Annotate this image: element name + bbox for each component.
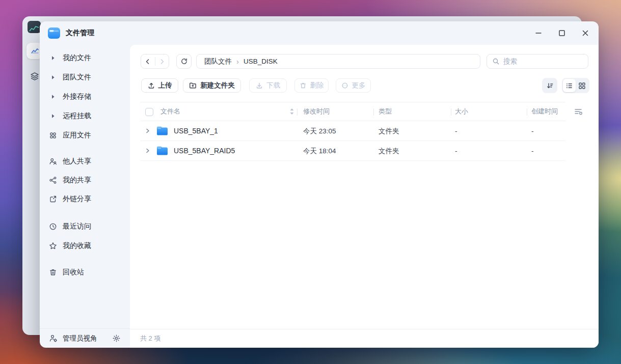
file-type: 文件夹 xyxy=(379,141,399,161)
sidebar-item-label: 我的文件 xyxy=(63,53,91,63)
column-name[interactable]: 文件名 xyxy=(160,102,180,121)
column-size[interactable]: 大小 xyxy=(455,102,468,121)
caret-right-icon xyxy=(49,93,57,101)
upload-icon xyxy=(148,82,155,89)
select-all-checkbox[interactable] xyxy=(145,108,153,116)
back-button[interactable] xyxy=(141,54,155,68)
file-modified: 今天 23:05 xyxy=(303,121,336,141)
minimize-button[interactable] xyxy=(531,25,546,41)
list-view-icon xyxy=(565,82,573,90)
file-size: - xyxy=(455,141,457,161)
sidebar-item-label: 他人共享 xyxy=(63,157,91,166)
clock-icon xyxy=(49,222,57,231)
table-header: 文件名 修改时间 类型 大小 创建时间 xyxy=(140,102,565,121)
star-icon xyxy=(49,242,57,250)
search-icon xyxy=(492,58,500,65)
download-icon xyxy=(256,82,263,89)
sidebar: 我的文件 团队文件 外接存储 远程挂载 应用文件 他人共享 我的共享 外链分 xyxy=(40,45,130,348)
file-name: USB_5BAY_RAID5 xyxy=(174,141,235,161)
delete-label: 删除 xyxy=(310,81,324,90)
sidebar-item-app-files[interactable]: 应用文件 xyxy=(40,128,130,143)
file-created: - xyxy=(531,141,534,161)
sidebar-item-label: 外链分享 xyxy=(63,194,91,204)
refresh-button[interactable] xyxy=(176,54,192,69)
person-share-icon xyxy=(49,157,57,165)
delete-button[interactable]: 删除 xyxy=(294,78,329,93)
sidebar-item-label: 外接存储 xyxy=(63,92,91,101)
file-size: - xyxy=(455,121,457,141)
column-modified[interactable]: 修改时间 xyxy=(303,102,330,121)
sidebar-item-my-shares[interactable]: 我的共享 xyxy=(40,173,130,188)
admin-view-label[interactable]: 管理员视角 xyxy=(63,334,97,343)
file-type: 文件夹 xyxy=(379,121,399,141)
apps-grid-icon xyxy=(49,131,57,139)
sidebar-item-recent[interactable]: 最近访问 xyxy=(40,219,130,234)
table-row[interactable]: USB_5BAY_1 今天 23:05 文件夹 - - xyxy=(140,121,565,141)
sidebar-item-my-files[interactable]: 我的文件 xyxy=(40,50,130,66)
search-input[interactable] xyxy=(503,58,575,65)
layers-icon[interactable] xyxy=(29,70,41,82)
new-folder-label: 新建文件夹 xyxy=(200,81,235,90)
grid-view-button[interactable] xyxy=(576,79,588,92)
caret-right-icon xyxy=(49,112,57,120)
titlebar: 文件管理 xyxy=(40,21,599,45)
sidebar-item-label: 回收站 xyxy=(63,268,84,277)
sidebar-item-label: 应用文件 xyxy=(63,131,91,140)
content-pane: 团队文件 › USB_DISK 上传 新建文件夹 下载 删除 更多 xyxy=(130,45,599,348)
more-label: 更多 xyxy=(352,81,366,90)
sidebar-item-label: 远程挂载 xyxy=(63,111,91,121)
caret-right-icon xyxy=(49,54,57,62)
expand-chevron-icon[interactable] xyxy=(145,127,150,134)
download-button[interactable]: 下载 xyxy=(249,78,287,93)
breadcrumb: 团队文件 › USB_DISK xyxy=(196,54,480,69)
caret-right-icon xyxy=(49,73,57,81)
trash-icon xyxy=(49,268,57,276)
search-box[interactable] xyxy=(487,54,588,69)
download-label: 下载 xyxy=(266,81,280,90)
folder-icon xyxy=(156,126,168,136)
sidebar-item-shared-by-others[interactable]: 他人共享 xyxy=(40,154,130,169)
close-button[interactable] xyxy=(578,25,593,41)
sort-arrows-icon[interactable] xyxy=(289,106,295,117)
share-nodes-icon xyxy=(49,176,57,184)
file-manager-window: 文件管理 我的文件 团队文件 外接存储 远程挂载 xyxy=(40,21,599,348)
sidebar-item-label: 团队文件 xyxy=(63,73,91,82)
sidebar-item-team-files[interactable]: 团队文件 xyxy=(40,70,130,85)
app-folder-icon xyxy=(47,26,61,40)
file-name: USB_5BAY_1 xyxy=(174,121,218,141)
file-created: - xyxy=(531,121,534,141)
forward-button[interactable] xyxy=(155,54,169,68)
refresh-icon xyxy=(180,58,188,65)
sidebar-footer: 管理员视角 xyxy=(40,328,130,348)
breadcrumb-separator-icon: › xyxy=(236,58,239,65)
breadcrumb-root[interactable]: 团队文件 xyxy=(204,57,232,66)
breadcrumb-current[interactable]: USB_DISK xyxy=(244,58,278,65)
grid-view-icon xyxy=(578,82,586,90)
more-button[interactable]: 更多 xyxy=(336,78,371,93)
expand-chevron-icon[interactable] xyxy=(145,147,150,154)
sidebar-item-remote-mount[interactable]: 远程挂载 xyxy=(40,108,130,124)
sidebar-item-recycle-bin[interactable]: 回收站 xyxy=(40,265,130,280)
sidebar-item-link-share[interactable]: 外链分享 xyxy=(40,191,130,207)
status-bar: 共 2 项 xyxy=(130,329,599,348)
admin-person-icon xyxy=(49,334,58,343)
maximize-button[interactable] xyxy=(554,25,570,41)
view-toggle xyxy=(562,78,589,93)
window-title: 文件管理 xyxy=(66,29,94,38)
sidebar-item-external-storage[interactable]: 外接存储 xyxy=(40,89,130,104)
table-row[interactable]: USB_5BAY_RAID5 今天 18:04 文件夹 - - xyxy=(140,141,565,161)
column-created[interactable]: 创建时间 xyxy=(531,102,558,121)
chart-thumbnail-icon xyxy=(28,21,41,33)
gear-icon[interactable] xyxy=(112,334,121,343)
column-type[interactable]: 类型 xyxy=(379,102,392,121)
column-settings-icon[interactable] xyxy=(574,107,583,116)
upload-button[interactable]: 上传 xyxy=(141,78,178,93)
new-folder-button[interactable]: 新建文件夹 xyxy=(183,78,241,93)
sidebar-item-label: 我的共享 xyxy=(63,176,91,185)
external-link-icon xyxy=(49,195,57,203)
sidebar-item-favorites[interactable]: 我的收藏 xyxy=(40,238,130,254)
list-view-button[interactable] xyxy=(563,79,576,92)
sidebar-item-label: 我的收藏 xyxy=(63,241,91,250)
new-folder-icon xyxy=(189,82,197,89)
sort-button[interactable] xyxy=(542,78,557,93)
